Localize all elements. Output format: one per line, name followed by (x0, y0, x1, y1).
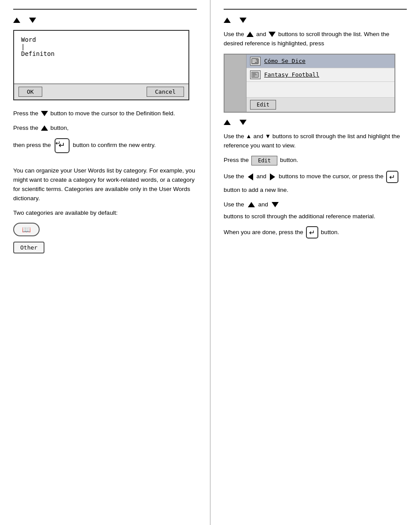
como-se-dice-icon (250, 57, 261, 66)
book-icon-container: 📖 Other (13, 223, 197, 253)
other-button[interactable]: Other (13, 242, 44, 253)
right-arrow-up-icon[interactable] (224, 18, 231, 23)
dialog-definition-label: Definiton (21, 50, 181, 57)
reference-list-wrapper: Cómo Se Dice Fantasy Football (224, 54, 407, 113)
cancel-button[interactable]: Cancel (147, 87, 184, 97)
right-para6b: button. (321, 228, 339, 237)
list-box: Cómo Se Dice Fantasy Football (224, 54, 395, 113)
left-arrow-up-icon[interactable] (13, 18, 20, 23)
right-inline-up-icon (247, 32, 254, 37)
right-para3b: button. (280, 156, 298, 165)
inline-arrow-down-icon (41, 111, 48, 116)
list-edit-button[interactable]: Edit (250, 100, 276, 110)
right-para4: Use the and buttons to move the cursor, … (224, 171, 407, 195)
right-return-icon2[interactable]: ↵ (306, 226, 318, 239)
right-mid-nav-arrows (224, 120, 407, 125)
right-para3a: Press the (224, 156, 249, 165)
dialog-separator: | (21, 43, 181, 50)
dialog-body: Word | Definiton (14, 31, 188, 84)
right-column: Use the and buttons to scroll through th… (210, 0, 420, 525)
page-layout: Word | Definiton OK Cancel Press the but… (0, 0, 420, 525)
fantasy-football-icon (250, 70, 261, 79)
left-top-nav-arrows (13, 18, 197, 23)
dialog-footer: OK Cancel (14, 84, 188, 99)
left-bottom-para2: Two categories are available by default: (13, 209, 197, 218)
list-content: Cómo Se Dice Fantasy Football (247, 55, 394, 112)
right-return-icon[interactable]: ↵ (386, 171, 398, 183)
right-divider (224, 9, 407, 10)
right-para5: Use the and buttons to scroll through th… (224, 200, 407, 221)
book-icon-button[interactable]: 📖 (13, 223, 40, 236)
right-mid-arrow-down-icon[interactable] (239, 120, 247, 125)
svg-rect-1 (252, 59, 256, 60)
dialog-word-label: Word (21, 36, 181, 43)
list-sidebar (225, 55, 247, 112)
left-para2: Press the button, (13, 124, 197, 133)
fantasy-football-label: Fantasy Football (264, 71, 319, 78)
return-icon[interactable]: ↵ (55, 138, 70, 153)
list-footer: Edit (247, 98, 394, 112)
left-arrow-down-icon[interactable] (29, 18, 36, 23)
ok-button[interactable]: OK (18, 87, 42, 97)
list-item-como-se-dice[interactable]: Cómo Se Dice (247, 55, 394, 68)
right-para6: When you are done, press the ↵ button. (224, 226, 407, 239)
svg-rect-6 (252, 74, 257, 75)
book-icon: 📖 (22, 225, 31, 234)
right-para2: Use the ▲ and ▼ buttons to scroll throug… (224, 132, 407, 151)
como-se-dice-label: Cómo Se Dice (264, 58, 306, 64)
right-inline-down-icon (269, 32, 276, 37)
svg-rect-2 (252, 61, 257, 62)
right-bottom-down-icon[interactable] (272, 202, 279, 207)
right-arrow-right-icon[interactable] (270, 173, 275, 180)
left-divider (13, 9, 197, 10)
list-item-empty (247, 82, 394, 98)
svg-rect-7 (252, 76, 255, 77)
right-top-nav-arrows (224, 18, 407, 23)
right-bottom-up-icon[interactable] (248, 202, 255, 207)
left-para3: then press the ↵ button to confirm the n… (13, 138, 197, 153)
left-para1: Press the button to move the cursor to t… (13, 109, 197, 118)
left-column: Word | Definiton OK Cancel Press the but… (0, 0, 210, 525)
svg-rect-3 (252, 62, 255, 63)
left-bottom-para1: You can organize your User Words list by… (13, 166, 197, 203)
list-item-fantasy-football[interactable]: Fantasy Football (247, 68, 394, 82)
right-arrow-left-icon[interactable] (248, 173, 253, 180)
right-arrow-down-icon[interactable] (239, 18, 247, 23)
inline-arrow-up-icon2 (41, 125, 48, 131)
word-definition-dialog: Word | Definiton OK Cancel (13, 30, 189, 100)
right-para3: Press the Edit button. (224, 156, 407, 165)
right-mid-arrow-up-icon[interactable] (224, 120, 231, 125)
right-para-before-second: Use the and buttons to scroll through th… (224, 30, 407, 48)
inline-edit-button[interactable]: Edit (251, 156, 277, 165)
right-para6a: When you are done, press the (224, 228, 303, 237)
svg-rect-5 (252, 73, 256, 74)
